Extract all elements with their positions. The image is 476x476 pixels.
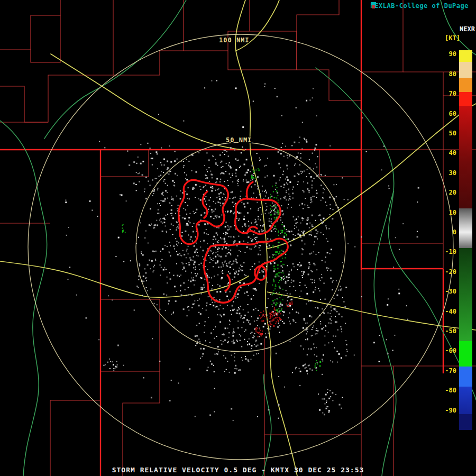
colorbar-tick: -60 xyxy=(437,347,456,354)
colorbar-title: NEXR xyxy=(460,25,475,33)
bottom-caption: STORM RELATIVE VELOCITY 0.5 DEG - KMTX 3… xyxy=(0,466,476,474)
radar-map: 100 NMI 50 NMI xyxy=(0,0,476,476)
range-rings xyxy=(28,34,453,460)
colorbar-tick: -30 xyxy=(437,288,456,295)
nexlab-header: NEXLAB-College of DuPage xyxy=(371,2,469,10)
colorbar-ticks: 9080706050403020100-10-20-30-40-50-60-70… xyxy=(437,50,456,430)
colorbar-tick: 0 xyxy=(437,228,456,236)
range-ring-50nmi xyxy=(136,142,345,352)
nexlab-title: NEXLAB-College of DuPage xyxy=(371,2,469,10)
highways-green xyxy=(0,0,476,476)
colorbar-tick: -90 xyxy=(437,407,456,414)
colorbar-tick: -20 xyxy=(437,268,456,276)
radar-echoes xyxy=(65,80,419,422)
colorbar-tick: 90 xyxy=(437,50,456,58)
colorbar-tick: 20 xyxy=(437,189,456,196)
colorbar-gradient xyxy=(459,50,472,430)
colorbar-tick: 80 xyxy=(437,70,456,78)
range-ring-label-50: 50 NMI xyxy=(226,136,252,144)
colorbar-tick: -80 xyxy=(437,387,456,394)
colorbar-tick: 50 xyxy=(437,130,456,137)
colorbar-tick: 70 xyxy=(437,90,456,97)
radar-display: 100 NMI 50 NMI NEXLAB-College of DuPage … xyxy=(0,0,476,476)
state-boundaries xyxy=(0,0,443,476)
colorbar-tick: -10 xyxy=(437,248,456,255)
colorbar-tick: -70 xyxy=(437,367,456,374)
range-ring-100nmi xyxy=(28,34,453,460)
colorbar-tick: 30 xyxy=(437,169,456,177)
colorbar-tick: 60 xyxy=(437,110,456,117)
nexlab-logo-icon xyxy=(371,2,376,8)
range-ring-label-100: 100 NMI xyxy=(219,36,250,44)
highways-yellow xyxy=(0,0,476,476)
colorbar-tick: -40 xyxy=(437,308,456,315)
county-boundaries xyxy=(0,0,476,476)
colorbar-tick: 10 xyxy=(437,209,456,216)
colorbar-tick: 40 xyxy=(437,149,456,157)
colorbar-units: [KT] xyxy=(445,34,460,42)
colorbar-tick: -50 xyxy=(437,327,456,335)
